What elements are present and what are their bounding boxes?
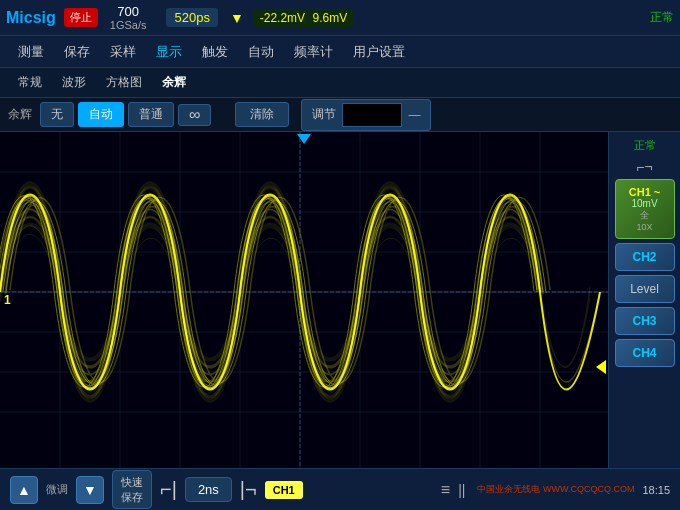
persist-none[interactable]: 无 [40, 102, 74, 127]
menu-save[interactable]: 保存 [54, 39, 100, 65]
ch1-button[interactable]: CH1 ~ 10mV 全 10X [615, 179, 675, 239]
ch4-button[interactable]: CH4 [615, 339, 675, 367]
persist-normal[interactable]: 普通 [128, 102, 174, 127]
menu-auto[interactable]: 自动 [238, 39, 284, 65]
submenu-persistence[interactable]: 余辉 [152, 71, 196, 94]
watermark-text: 中国业余无线电 WWW.CQCQCQ.COM [477, 483, 634, 496]
falling-edge-icon: |¬ [240, 478, 257, 501]
fine-tune-down-button[interactable]: ▲ [10, 476, 38, 504]
persist-adjust-input[interactable] [342, 103, 402, 127]
persist-adjust-control[interactable]: 调节 — [301, 99, 431, 131]
sample-rate: 1GSa/s [110, 19, 147, 31]
menu-display[interactable]: 显示 [146, 39, 192, 65]
timebase-display: 520ps [166, 8, 217, 27]
scope-screen: 1 [0, 132, 608, 468]
timebase-value-button[interactable]: 2ns [185, 477, 232, 502]
menu-freq-counter[interactable]: 频率计 [284, 39, 343, 65]
voltage-display: -22.2mV 9.6mV [254, 9, 353, 27]
menu-trigger[interactable]: 触发 [192, 39, 238, 65]
ch1-position-indicator: 1 [4, 293, 11, 307]
logo: Micsig [6, 9, 56, 27]
quick-save-button[interactable]: 快速 保存 [112, 470, 152, 509]
bottom-right-controls: ≡ || 中国业余无线电 WWW.CQCQCQ.COM 18:15 [441, 481, 670, 499]
ch2-button[interactable]: CH2 [615, 243, 675, 271]
oscilloscope-grid [0, 132, 608, 468]
persist-bar: 余辉 无 自动 普通 ∞ 清除 调节 — [0, 98, 680, 132]
waveform-shape-icon: ⌐¬ [636, 159, 652, 175]
menu-measure[interactable]: 测量 [8, 39, 54, 65]
main-area: 1 正常 ⌐¬ CH1 ~ 10mV 全 10X CH2 Level CH3 C… [0, 132, 680, 468]
level-button[interactable]: Level [615, 275, 675, 303]
submenu-grid[interactable]: 方格图 [96, 71, 152, 94]
trigger-arrow-icon: ▼ [230, 10, 244, 26]
menu-bar: 测量 保存 采样 显示 触发 自动 频率计 用户设置 [0, 36, 680, 68]
fine-tune-label: 微调 [46, 482, 68, 497]
sub-menu-bar: 常规 波形 方格图 余辉 [0, 68, 680, 98]
persist-clear-button[interactable]: 清除 [235, 102, 289, 127]
channel-indicator-bottom[interactable]: CH1 [265, 481, 303, 499]
ch3-button[interactable]: CH3 [615, 307, 675, 335]
bottom-bar: ▲ 微调 ▼ 快速 保存 ⌐| 2ns |¬ CH1 ≡ || 中国业余无线电 … [0, 468, 680, 510]
status-stop: 停止 [64, 8, 98, 27]
menu-sample[interactable]: 采样 [100, 39, 146, 65]
trigger-marker-top [297, 134, 311, 144]
submenu-normal[interactable]: 常规 [8, 71, 52, 94]
clock-display: 18:15 [642, 484, 670, 496]
trigger-mode-indicator: 正常 [632, 136, 658, 155]
lines-icon: || [458, 482, 465, 498]
menu-user-settings[interactable]: 用户设置 [343, 39, 415, 65]
submenu-waveform[interactable]: 波形 [52, 71, 96, 94]
mode-display: 正常 [650, 9, 674, 26]
right-panel: 正常 ⌐¬ CH1 ~ 10mV 全 10X CH2 Level CH3 CH4 [608, 132, 680, 468]
persist-infinite[interactable]: ∞ [178, 104, 211, 126]
frequency-display: 700 [117, 4, 139, 19]
persist-auto[interactable]: 自动 [78, 102, 124, 127]
top-bar: Micsig 停止 700 1GSa/s 520ps ▼ -22.2mV 9.6… [0, 0, 680, 36]
persist-label: 余辉 [8, 106, 32, 123]
sample-rate-display: 700 1GSa/s [110, 4, 147, 31]
trigger-marker-right [596, 360, 606, 374]
rising-edge-icon: ⌐| [160, 478, 177, 501]
fine-tune-up-button[interactable]: ▼ [76, 476, 104, 504]
equal-icon: ≡ [441, 481, 450, 499]
